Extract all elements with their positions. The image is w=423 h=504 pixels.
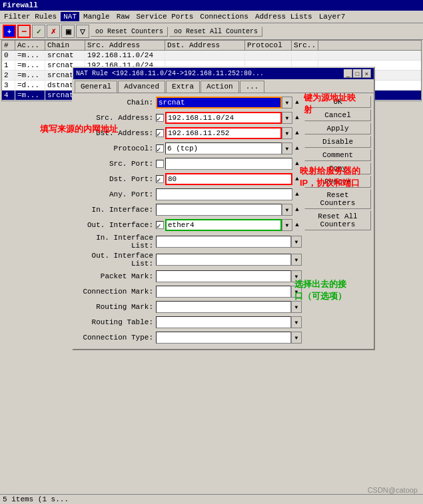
dst-address-scroll[interactable]: ▲ xyxy=(292,127,302,139)
tab-advanced[interactable]: Advanced xyxy=(118,81,165,93)
protocol-checkbox[interactable]: ✓ xyxy=(156,144,164,152)
comment-button[interactable]: Comment xyxy=(304,149,371,161)
copy-button[interactable]: ▣ xyxy=(61,25,75,38)
protocol-input[interactable] xyxy=(165,142,282,154)
dst-port-input[interactable] xyxy=(165,173,292,185)
any-port-row: Any. Port: ▲ xyxy=(76,188,302,201)
disable-button[interactable]: Disable xyxy=(304,136,371,148)
any-port-input[interactable] xyxy=(156,188,292,200)
menu-layer7[interactable]: Layer7 xyxy=(316,12,348,21)
protocol-scroll[interactable]: ▲ xyxy=(292,142,302,154)
out-interface-list-dropdown[interactable]: ▼ xyxy=(291,254,302,266)
in-interface-label: In. Interface: xyxy=(76,206,156,214)
cell-num: 1 xyxy=(2,61,15,70)
in-interface-scroll[interactable]: ▲ xyxy=(292,204,302,216)
status-text: 5 items (1 s... xyxy=(3,495,69,503)
menu-nat[interactable]: NAT xyxy=(61,12,79,21)
routing-mark-input[interactable] xyxy=(156,301,291,313)
dst-address-checkbox[interactable]: ✓ xyxy=(156,129,164,137)
src-address-checkbox[interactable]: ✓ xyxy=(156,114,164,122)
dst-address-input[interactable] xyxy=(165,127,282,139)
in-interface-list-input[interactable] xyxy=(156,236,291,248)
connection-type-row: Connection Type: ▼ xyxy=(76,331,302,344)
close-button[interactable]: × xyxy=(362,69,371,78)
dst-port-checkbox[interactable]: ✓ xyxy=(156,175,164,183)
connection-type-dropdown[interactable]: ▼ xyxy=(291,332,302,344)
reset-counters-button[interactable]: Reset Counters xyxy=(304,189,371,209)
menu-address-lists[interactable]: Address Lists xyxy=(252,12,315,21)
connection-type-input[interactable] xyxy=(156,332,291,344)
out-interface-list-input[interactable] xyxy=(156,254,291,266)
in-interface-input[interactable] xyxy=(156,204,282,216)
menu-service-ports[interactable]: Service Ports xyxy=(133,12,196,21)
reset-all-counters-button[interactable]: oo Reset All Counters xyxy=(169,27,262,37)
col-src: Src. Address xyxy=(85,41,165,50)
chain-input-wrap: ▼ ▲ xyxy=(156,97,302,109)
tab-extra[interactable]: Extra xyxy=(166,81,200,93)
enable-button[interactable]: ✓ xyxy=(32,25,45,38)
cancel-button[interactable]: Cancel xyxy=(304,109,371,121)
reset-all-counters-button[interactable]: Reset All Counters xyxy=(304,210,371,230)
maximize-button[interactable]: □ xyxy=(353,69,362,78)
minimize-button[interactable]: _ xyxy=(344,69,352,78)
routing-mark-dropdown[interactable]: ▼ xyxy=(291,301,302,313)
src-port-input[interactable] xyxy=(165,158,292,170)
menu-connections[interactable]: Connections xyxy=(197,12,251,21)
in-interface-dropdown[interactable]: ▼ xyxy=(282,204,292,216)
out-interface-input[interactable] xyxy=(165,219,282,231)
cell-num: 3 xyxy=(2,81,15,90)
chain-dropdown-arrow[interactable]: ▼ xyxy=(282,97,292,109)
any-port-scroll[interactable]: ▲ xyxy=(292,188,302,200)
any-port-wrap: ▲ xyxy=(156,188,302,200)
copy-button[interactable]: Copy xyxy=(304,162,371,174)
chain-input[interactable] xyxy=(156,97,282,109)
disable-button[interactable]: ✗ xyxy=(47,25,60,38)
connection-mark-row: Connection Mark: ▼ xyxy=(76,285,302,298)
cell-proto xyxy=(245,51,292,60)
packet-mark-dropdown[interactable]: ▼ xyxy=(291,270,302,282)
src-address-input[interactable] xyxy=(165,112,282,124)
ok-button[interactable]: OK xyxy=(304,96,371,108)
window-title-bar: NAT Rule <192.168.11.0/24->192.168.11.25… xyxy=(73,68,374,79)
form-content: Chain: ▼ ▲ Src. Address: ✓ ▼ ▲ D xyxy=(73,93,374,349)
connection-mark-dropdown[interactable]: ▼ xyxy=(291,286,302,298)
routing-table-dropdown[interactable]: ▼ xyxy=(291,316,302,328)
src-address-dropdown[interactable]: ▼ xyxy=(282,112,292,124)
menu-raw[interactable]: Raw xyxy=(114,12,133,21)
out-interface-dropdown[interactable]: ▼ xyxy=(282,219,292,231)
dst-address-dropdown[interactable]: ▼ xyxy=(282,127,292,139)
cell-chain: srcnat xyxy=(45,51,85,60)
packet-mark-input[interactable] xyxy=(156,270,291,282)
dst-port-scroll[interactable]: ▲ xyxy=(292,173,302,185)
remove-button[interactable]: Remove xyxy=(304,176,371,188)
connection-mark-input[interactable] xyxy=(156,286,291,298)
chain-scroll-up[interactable]: ▲ xyxy=(292,97,302,109)
dst-port-label: Dst. Port: xyxy=(76,175,156,183)
tab-more[interactable]: ... xyxy=(240,81,265,93)
cell-num: 2 xyxy=(2,71,15,80)
src-address-row: Src. Address: ✓ ▼ ▲ xyxy=(76,111,302,125)
out-interface-wrap: ✓ ▼ ▲ xyxy=(156,219,302,231)
filter-button[interactable]: ▽ xyxy=(76,25,89,38)
tab-general[interactable]: General xyxy=(75,81,117,93)
add-button[interactable]: + xyxy=(3,25,16,38)
out-interface-checkbox[interactable]: ✓ xyxy=(156,221,164,229)
remove-button[interactable]: − xyxy=(17,25,31,38)
apply-button[interactable]: Apply xyxy=(304,123,371,134)
window-title-buttons: _ □ × xyxy=(344,69,371,78)
src-port-checkbox[interactable] xyxy=(156,160,164,168)
routing-mark-label: Routing Mark: xyxy=(76,303,156,311)
routing-table-input[interactable] xyxy=(156,316,291,328)
cell-src2 xyxy=(292,51,318,60)
protocol-dropdown[interactable]: ▼ xyxy=(282,142,292,154)
src-port-scroll[interactable]: ▲ xyxy=(292,158,302,170)
menu-mangle[interactable]: Mangle xyxy=(81,12,113,21)
out-interface-scroll[interactable]: ▲ xyxy=(292,219,302,231)
src-address-scroll[interactable]: ▲ xyxy=(292,112,302,124)
reset-counters-button[interactable]: oo Reset Counters xyxy=(91,27,168,37)
window-title-text: NAT Rule <192.168.11.0/24->192.168.11.25… xyxy=(76,70,344,77)
table-row[interactable]: 0 =m... srcnat 192.168.11.0/24 xyxy=(2,51,421,61)
in-interface-list-dropdown[interactable]: ▼ xyxy=(291,236,302,248)
tab-action[interactable]: Action xyxy=(201,81,239,93)
menu-filter-rules[interactable]: Filter Rules xyxy=(1,12,59,21)
